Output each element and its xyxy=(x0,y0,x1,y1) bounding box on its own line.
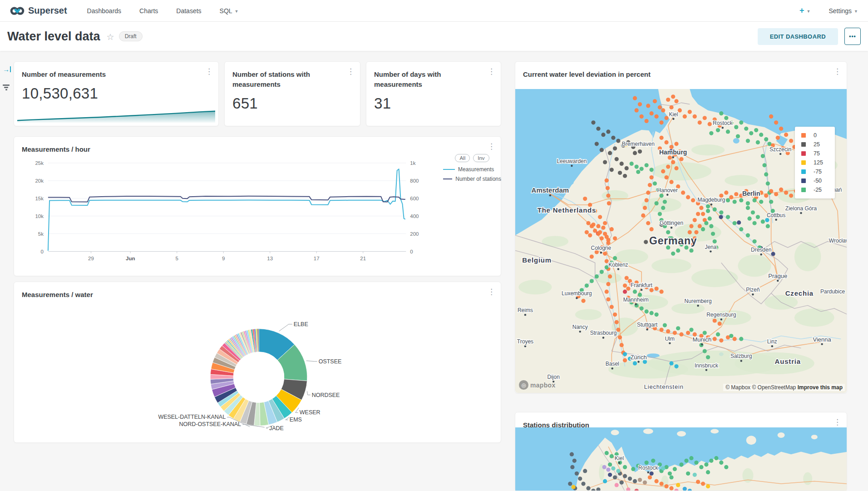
map-legend-item[interactable]: -25 xyxy=(799,185,830,194)
kpi-value: 651 xyxy=(225,89,360,112)
map-data-dot xyxy=(661,108,665,112)
map-data-dot xyxy=(676,483,680,487)
chart-title: Measurements / hour xyxy=(14,137,501,154)
mapbox-logo[interactable]: ◎ mapbox xyxy=(519,380,555,390)
map-data-dot xyxy=(608,473,612,477)
map-data-dot xyxy=(686,471,690,476)
nav-item-dashboards[interactable]: Dashboards xyxy=(87,7,122,15)
map-data-dot xyxy=(713,207,717,211)
legend-inv-button[interactable]: Inv xyxy=(473,154,489,162)
map-canvas: KielRostock xyxy=(515,427,847,491)
kebab-menu-icon[interactable]: ⋮ xyxy=(488,68,495,75)
map-data-dot xyxy=(610,227,614,231)
edit-dashboard-button[interactable]: EDIT DASHBOARD xyxy=(758,28,838,45)
favorite-star-icon[interactable]: ☆ xyxy=(107,32,114,42)
map-data-dot xyxy=(726,215,730,219)
donut-slice-label: JADE xyxy=(269,425,284,431)
superset-brand[interactable]: Superset xyxy=(10,5,67,16)
new-item-button[interactable]: +▼ xyxy=(799,6,810,15)
kebab-menu-icon[interactable]: ⋮ xyxy=(205,68,213,75)
settings-menu[interactable]: Settings▼ xyxy=(829,7,858,15)
nav-item-sql[interactable]: SQL▼ xyxy=(220,7,239,15)
map-data-dot xyxy=(661,206,665,210)
map-data-dot xyxy=(765,218,769,222)
map-legend-item[interactable]: -75 xyxy=(799,167,830,176)
map-data-dot xyxy=(613,236,617,240)
more-options-button[interactable]: ••• xyxy=(844,28,861,45)
legend-swatch xyxy=(443,169,455,170)
map-city-label: Hanover xyxy=(657,187,678,193)
svg-text:9: 9 xyxy=(222,256,225,261)
legend-label: 25 xyxy=(814,141,820,148)
map-data-dot xyxy=(706,470,710,474)
nav-item-charts[interactable]: Charts xyxy=(139,7,158,15)
map-city-label: Plzeň xyxy=(746,287,760,293)
map-city-label: Nuremberg xyxy=(685,298,712,304)
map-data-dot xyxy=(653,99,657,103)
map-data-dot xyxy=(572,485,576,489)
legend-all-button[interactable]: All xyxy=(455,154,470,162)
map-data-dot xyxy=(650,111,654,115)
map-legend-item[interactable]: 125 xyxy=(799,158,830,167)
map-data-dot xyxy=(762,163,766,167)
map-data-dot xyxy=(706,209,710,213)
map-data-dot xyxy=(671,94,675,99)
map-data-dot xyxy=(616,469,620,473)
map-data-dot xyxy=(676,248,680,253)
nav-item-datasets[interactable]: Datasets xyxy=(176,7,201,15)
map-legend-item[interactable]: 75 xyxy=(799,149,830,158)
map-data-dot xyxy=(724,116,728,120)
kebab-menu-icon[interactable]: ⋮ xyxy=(347,68,355,75)
filter-funnel-icon[interactable] xyxy=(3,84,10,91)
mapbox-logo-icon: ◎ xyxy=(519,380,528,390)
map-data-dot xyxy=(623,290,627,294)
map-data-dot xyxy=(761,154,765,158)
map-data-dot xyxy=(625,166,629,170)
map-data-dot xyxy=(583,469,587,473)
map-city-label: Munich xyxy=(692,336,711,343)
map-legend-item[interactable]: 0 xyxy=(799,131,830,140)
svg-text:21: 21 xyxy=(360,256,366,261)
map-city-label: Germany xyxy=(649,235,697,247)
map-legend-item[interactable]: 25 xyxy=(799,140,830,149)
map-legend: 02575125-75-50-25 xyxy=(795,127,835,198)
improve-map-link[interactable]: Improve this map xyxy=(798,384,843,391)
kebab-menu-icon[interactable]: ⋮ xyxy=(833,418,841,426)
legend-label: -25 xyxy=(814,187,822,193)
map-city-label: Cologne xyxy=(591,245,612,251)
map-data-dot xyxy=(719,111,723,115)
expand-filter-bar-icon[interactable]: → xyxy=(3,65,11,73)
map-city-label: Regensburg xyxy=(706,312,736,318)
map-data-dot xyxy=(615,320,619,324)
legend-item-measurements[interactable]: Measurements xyxy=(443,166,501,173)
kebab-menu-icon[interactable]: ⋮ xyxy=(833,68,841,75)
map-data-dot xyxy=(724,465,728,469)
stations-map[interactable]: KielRostock xyxy=(515,427,847,491)
map-data-dot xyxy=(713,239,717,243)
map-data-dot xyxy=(724,191,728,195)
map-city-label: Amsterdam xyxy=(532,186,569,194)
map-data-dot xyxy=(630,162,634,166)
svg-text:400: 400 xyxy=(410,213,419,219)
map-data-dot xyxy=(600,270,604,274)
map-data-dot xyxy=(739,227,743,231)
map-data-dot xyxy=(650,227,654,231)
deviation-map[interactable]: KielRostockSzczecinLeeuwardenBremerhaven… xyxy=(515,89,847,393)
map-data-dot xyxy=(603,252,607,256)
map-city-label: Bremerhaven xyxy=(622,141,655,147)
map-data-dot xyxy=(716,128,720,132)
map-data-dot xyxy=(650,168,654,172)
map-data-dot xyxy=(640,167,644,171)
map-legend-item[interactable]: -50 xyxy=(799,176,830,185)
kebab-menu-icon[interactable]: ⋮ xyxy=(488,288,495,296)
map-data-dot xyxy=(658,212,662,216)
kebab-menu-icon[interactable]: ⋮ xyxy=(488,143,495,150)
stations-distribution-card: Stations distribution ⋮ KielRostock xyxy=(515,412,847,491)
map-data-dot xyxy=(686,195,690,199)
map-data-dot xyxy=(605,290,609,294)
map-city-label: Ulm xyxy=(665,336,675,342)
map-data-dot xyxy=(655,201,659,205)
map-data-dot xyxy=(613,312,617,317)
legend-item-stations[interactable]: Number of stations xyxy=(443,176,501,182)
svg-text:Jun: Jun xyxy=(126,256,135,261)
